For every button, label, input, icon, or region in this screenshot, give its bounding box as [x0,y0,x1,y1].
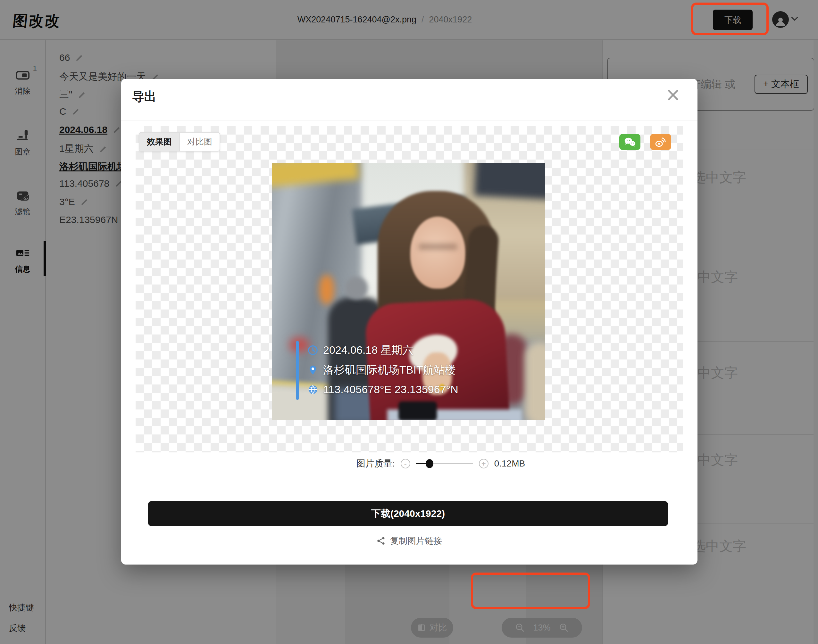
quality-increase-button[interactable]: + [479,459,488,468]
share-icon [377,536,385,545]
modal-download-button[interactable]: 下载(2040x1922) [148,501,668,526]
tab-compare-image[interactable]: 对比图 [180,133,219,151]
weibo-share-button[interactable] [650,134,671,150]
copy-link-label: 复制图片链接 [390,535,442,547]
watermark-date-row: 2024.06.18 星期六 [308,343,413,357]
globe-icon [308,385,318,395]
copy-image-link[interactable]: 复制图片链接 [121,535,697,547]
tab-effect-image[interactable]: 效果图 [140,133,180,151]
dialog-title: 导出 [132,89,157,105]
app-screen: 图改改 WX20240715-162404@2x.png/2040x1922 下… [0,0,818,644]
export-preview-image: 2024.06.18 星期六 洛杉矶国际机场TBIT航站楼 113.405678… [272,163,545,420]
quality-label: 图片质量: [356,457,395,470]
wechat-icon [623,136,637,147]
divider [121,120,697,121]
close-icon[interactable]: × [665,85,681,104]
weibo-icon [654,136,668,148]
quality-slider[interactable] [416,463,473,464]
export-dialog: 导出 × 效果图 对比图 [121,79,697,564]
quality-control: 图片质量: - + 0.12MB [184,457,697,470]
quality-slider-thumb[interactable] [426,459,433,468]
file-size-value: 0.12MB [494,458,525,469]
watermark-coordinates-row: 113.405678°E 23.135967°N [308,383,458,396]
wechat-share-button[interactable] [619,134,640,150]
watermark-location-row: 洛杉矶国际机场TBIT航站楼 [308,363,456,377]
watermark-accent-bar [296,341,299,400]
quality-decrease-button[interactable]: - [401,459,410,468]
location-pin-icon [308,365,318,375]
watermark-overlay: 2024.06.18 星期六 洛杉矶国际机场TBIT航站楼 113.405678… [296,340,501,402]
preview-tabs: 效果图 对比图 [139,132,220,152]
clock-icon [308,345,318,355]
